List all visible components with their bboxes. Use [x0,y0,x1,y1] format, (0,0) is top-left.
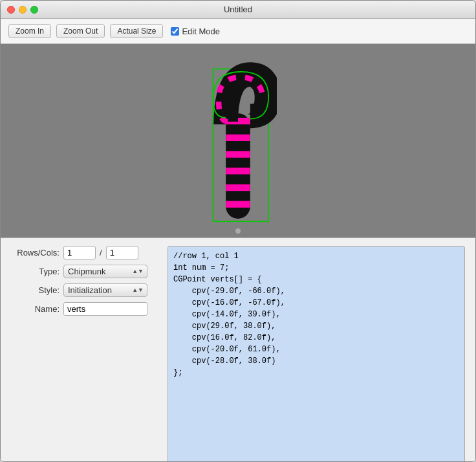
edit-mode-label[interactable]: Edit Mode [182,27,220,36]
svg-rect-3 [226,134,250,140]
edit-mode-checkbox[interactable] [171,27,179,36]
scroll-indicator [235,228,241,234]
close-button[interactable] [7,6,15,14]
rows-input[interactable] [63,246,96,259]
rows-cols-row: Rows/Cols: / [11,246,160,259]
window: Untitled Zoom In Zoom Out Actual Size Ed… [0,0,476,462]
style-row: Style: Initialization Other ▲▼ [11,283,160,297]
rows-cols-label: Rows/Cols: [11,248,60,258]
type-select[interactable]: Chipmunk Other [63,265,147,278]
traffic-lights [7,6,38,14]
cols-input[interactable] [106,246,138,259]
actual-size-button[interactable]: Actual Size [110,24,163,38]
window-title: Untitled [224,5,252,14]
svg-rect-4 [226,151,250,157]
minimize-button[interactable] [19,6,27,14]
svg-rect-6 [226,184,250,190]
style-select-wrapper: Initialization Other ▲▼ [63,283,147,297]
name-label: Name: [11,304,60,314]
zoom-out-button[interactable]: Zoom Out [56,24,105,38]
left-controls: Rows/Cols: / Type: Chipmunk Other ▲▼ Sty [11,246,160,462]
canvas-area[interactable] [1,44,475,238]
name-row: Name: verts [11,302,160,316]
type-label: Type: [11,267,60,276]
edit-mode-wrapper: Edit Mode [171,27,220,36]
svg-rect-7 [226,201,250,207]
style-label: Style: [11,285,60,295]
title-bar: Untitled [1,1,475,19]
zoom-in-button[interactable]: Zoom In [8,24,51,38]
name-input[interactable]: verts [63,302,147,316]
code-area[interactable]: //row 1, col 1 int num = 7; CGPoint vert… [168,246,465,462]
type-select-wrapper: Chipmunk Other ▲▼ [63,265,147,278]
toolbar: Zoom In Zoom Out Actual Size Edit Mode [1,19,475,44]
type-row: Type: Chipmunk Other ▲▼ [11,265,160,278]
style-select[interactable]: Initialization Other [63,283,147,297]
bottom-panel: Rows/Cols: / Type: Chipmunk Other ▲▼ Sty [1,238,475,462]
candy-cane-svg [199,50,277,232]
maximize-button[interactable] [30,6,38,14]
divider: / [100,248,102,258]
svg-rect-5 [226,168,250,174]
